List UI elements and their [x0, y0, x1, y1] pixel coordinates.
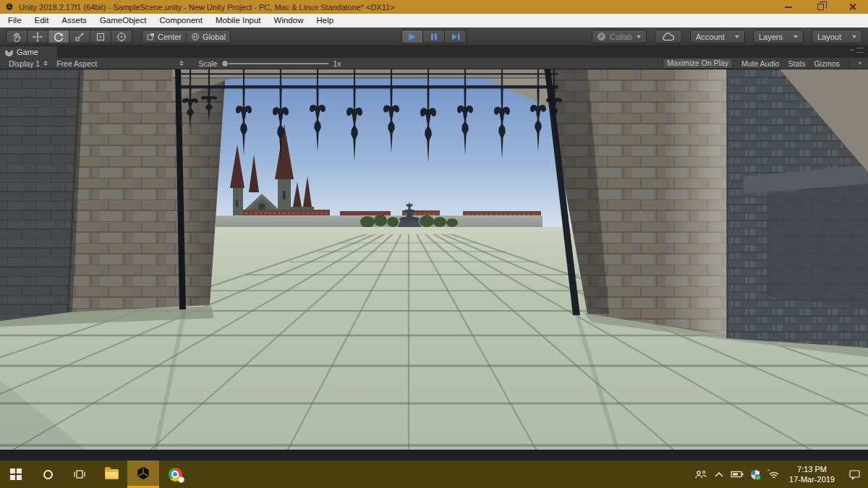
game-view-icon	[5, 48, 13, 56]
minimize-button[interactable]	[773, 0, 804, 14]
game-toolbar-toggles: Maximize On Play Mute Audio Stats Gizmos	[663, 58, 864, 69]
collab-dropdown[interactable]: ✓ Collab	[592, 30, 647, 43]
tray-expand-chevron[interactable]	[714, 471, 724, 478]
rotate-tool-button[interactable]	[48, 30, 69, 43]
cortana-circle-icon	[43, 470, 53, 479]
task-view-icon	[73, 468, 86, 480]
hand-icon	[11, 31, 22, 43]
gizmos-label: Gizmos	[814, 59, 840, 68]
step-button[interactable]	[445, 30, 467, 43]
menu-item-file[interactable]: File	[1, 14, 28, 27]
tab-game-label: Game	[17, 48, 38, 56]
account-dropdown[interactable]: Account	[690, 30, 745, 43]
pivot-orientation-group: Center Global	[142, 30, 231, 43]
wifi-no-internet-icon[interactable]: *	[767, 469, 780, 479]
chevron-down-icon[interactable]	[858, 62, 862, 64]
step-icon	[451, 33, 461, 41]
menu-item-assets[interactable]: Assets	[55, 14, 93, 27]
menu-item-mobile-input[interactable]: Mobile Input	[209, 14, 268, 27]
move-icon	[32, 31, 43, 43]
game-viewport[interactable]	[0, 69, 868, 450]
windows-taskbar: * 7:13 PM 17-Mar-2019	[0, 461, 868, 488]
tab-game[interactable]: Game	[0, 46, 57, 58]
pivot-icon	[147, 33, 155, 40]
collab-check-icon: ✓	[597, 33, 605, 40]
move-tool-button[interactable]	[27, 30, 48, 43]
pivot-mode-button[interactable]: Center	[142, 30, 187, 43]
task-view-button[interactable]	[64, 461, 95, 488]
game-panel: Game Display 1 Free Aspect Scale 1x Maxi…	[0, 46, 868, 461]
taskbar-clock[interactable]: 7:13 PM 17-Mar-2019	[786, 464, 838, 485]
account-label: Account	[696, 33, 725, 41]
chrome-taskbar-button[interactable]	[159, 461, 191, 488]
maximize-on-play-toggle[interactable]: Maximize On Play	[663, 58, 733, 69]
game-view-toolbar: Display 1 Free Aspect Scale 1x Maximize …	[0, 58, 868, 69]
viewport-letterbox	[0, 450, 868, 461]
stone-gate-left-pillar	[0, 69, 226, 321]
folder-icon	[105, 469, 119, 479]
windows-logo-icon	[10, 468, 22, 480]
close-button[interactable]	[836, 0, 868, 14]
battery-icon[interactable]	[731, 471, 744, 478]
scale-slider-handle[interactable]	[221, 60, 229, 67]
orientation-mode-label: Global	[203, 33, 226, 41]
scene-render	[0, 69, 868, 450]
mute-audio-toggle[interactable]: Mute Audio	[741, 59, 780, 68]
people-icon[interactable]	[694, 469, 707, 480]
scale-value: 1x	[333, 59, 341, 68]
cloud-icon	[662, 33, 675, 41]
menu-item-edit[interactable]: Edit	[28, 14, 56, 27]
system-tray: * 7:13 PM 17-Mar-2019	[694, 461, 868, 488]
start-button[interactable]	[0, 461, 32, 488]
scale-label: Scale	[198, 59, 217, 68]
display-selector-label: Display 1	[9, 59, 40, 68]
menu-item-help[interactable]: Help	[310, 14, 340, 27]
menu-item-gameobject[interactable]: GameObject	[93, 14, 153, 27]
cloud-button[interactable]	[655, 30, 682, 43]
restore-button[interactable]	[804, 0, 836, 14]
pause-button[interactable]	[423, 30, 445, 43]
gizmos-dropdown[interactable]: Gizmos	[814, 59, 840, 68]
display-selector[interactable]: Display 1	[4, 59, 52, 68]
action-center-icon[interactable]	[848, 468, 861, 480]
layers-label: Layers	[759, 33, 783, 41]
hand-tool-button[interactable]	[6, 30, 27, 43]
transform-tools-group	[6, 30, 132, 43]
orientation-mode-button[interactable]: Global	[187, 30, 231, 43]
pivot-mode-label: Center	[158, 33, 182, 41]
scale-tool-button[interactable]	[69, 30, 90, 43]
panel-menu-icon[interactable]	[850, 48, 864, 53]
chrome-icon	[169, 468, 182, 481]
file-explorer-button[interactable]	[95, 461, 127, 488]
unity-taskbar-button[interactable]	[127, 461, 159, 488]
transform-tool-button[interactable]	[111, 30, 132, 43]
scale-control: Scale 1x	[198, 59, 341, 68]
play-icon	[407, 33, 417, 41]
chrome-profile-badge	[178, 476, 184, 483]
clock-date: 17-Mar-2019	[789, 474, 835, 484]
scale-slider[interactable]	[221, 63, 328, 64]
layout-dropdown[interactable]: Layout	[812, 30, 862, 43]
layout-label: Layout	[817, 33, 841, 41]
defender-shield-icon[interactable]	[750, 469, 761, 480]
aspect-selector[interactable]: Free Aspect	[52, 59, 188, 68]
editor-toolbar: Center Global ✓ Collab	[0, 27, 868, 46]
chevron-down-icon	[793, 35, 798, 38]
rect-tool-button[interactable]	[90, 30, 111, 43]
chevron-down-icon	[735, 35, 739, 38]
layers-dropdown[interactable]: Layers	[753, 30, 804, 43]
transform-icon	[116, 31, 127, 43]
chevron-down-icon	[637, 35, 641, 38]
unity-editor-window: Unity 2018.2.17f1 (64bit) - SampleScene.…	[0, 0, 868, 488]
updown-arrows-icon	[179, 61, 184, 66]
menu-item-window[interactable]: Window	[268, 14, 310, 27]
scale-icon	[74, 31, 85, 43]
unity-app-icon	[4, 2, 14, 12]
globe-icon	[191, 33, 200, 41]
menu-item-component[interactable]: Component	[153, 14, 208, 27]
pause-icon	[430, 33, 438, 41]
play-button[interactable]	[401, 30, 423, 43]
stats-toggle[interactable]: Stats	[788, 59, 805, 68]
cortana-button[interactable]	[32, 461, 64, 488]
window-titlebar: Unity 2018.2.17f1 (64bit) - SampleScene.…	[0, 0, 868, 14]
